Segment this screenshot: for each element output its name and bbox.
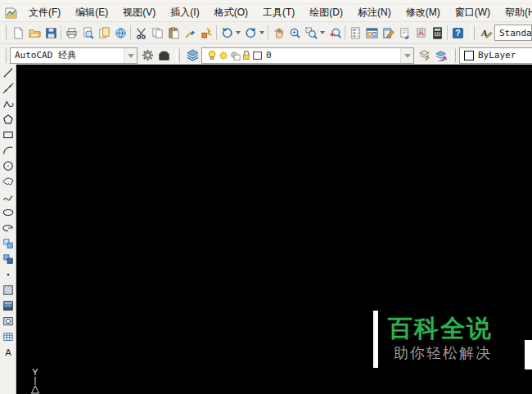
- text-style-button[interactable]: A: [478, 24, 494, 42]
- tool-palettes-button[interactable]: [380, 24, 396, 42]
- menu-item-format[interactable]: 格式(O): [207, 4, 255, 21]
- new-file-icon: [12, 27, 25, 39]
- properties-icon: [349, 27, 362, 39]
- help-button[interactable]: ?: [449, 24, 466, 42]
- plot-button[interactable]: [63, 24, 79, 42]
- toolbar-grip[interactable]: [2, 25, 7, 40]
- make-object-layer-current-button[interactable]: [416, 47, 432, 65]
- quickcalc-button[interactable]: [429, 24, 445, 42]
- spline-button[interactable]: [0, 190, 16, 206]
- gear-icon: [142, 49, 154, 61]
- properties-button[interactable]: [347, 24, 363, 42]
- menu-item-edit[interactable]: 编辑(E): [68, 4, 115, 21]
- polygon-button[interactable]: [0, 113, 16, 128]
- layer-combo[interactable]: 0: [201, 47, 414, 64]
- scissors-icon: [135, 27, 147, 39]
- sheet-set-manager-button[interactable]: [396, 24, 413, 42]
- menu-item-window[interactable]: 窗口(W): [448, 4, 498, 21]
- menu-item-help[interactable]: 帮助(H): [498, 4, 532, 21]
- construction-line-button[interactable]: [0, 82, 16, 97]
- multiline-text-button[interactable]: A: [0, 346, 16, 361]
- zoom-window-button[interactable]: [303, 24, 319, 42]
- polyline-icon: [2, 98, 14, 112]
- toolbar-grip[interactable]: [452, 48, 456, 63]
- new-button[interactable]: [10, 24, 26, 42]
- zoom-realtime-button[interactable]: [286, 24, 303, 42]
- menu-item-modify[interactable]: 修改(M): [399, 4, 448, 21]
- designcenter-button[interactable]: [363, 24, 380, 42]
- undo-dropdown-arrow-icon[interactable]: [235, 24, 242, 42]
- save-button[interactable]: [43, 24, 59, 42]
- autocad-window: 文件(F)编辑(E)视图(V)插入(I)格式(O)工具(T)绘图(D)标注(N)…: [0, 0, 532, 394]
- rectangle-button[interactable]: [0, 128, 16, 144]
- markup-set-manager-button[interactable]: [413, 24, 429, 42]
- workspace-combo[interactable]: AutoCAD 经典: [10, 47, 138, 64]
- lock-icon[interactable]: [241, 50, 252, 61]
- save-workspace-button[interactable]: [156, 47, 172, 65]
- workspace-combo-value: AutoCAD 经典: [15, 49, 76, 61]
- insert-block-button[interactable]: [0, 237, 16, 253]
- color-swatch-icon[interactable]: [252, 50, 264, 61]
- circle-icon: [2, 160, 14, 174]
- svg-text:A: A: [5, 347, 11, 357]
- ellipse-button[interactable]: [0, 206, 16, 222]
- open-button[interactable]: [26, 24, 43, 42]
- copy-button[interactable]: [149, 24, 165, 42]
- table-icon: [2, 331, 14, 345]
- redo-button[interactable]: [242, 24, 259, 42]
- zoom-window-icon: [305, 27, 318, 39]
- workspace-settings-button[interactable]: [139, 47, 156, 65]
- bulb-icon[interactable]: [206, 50, 218, 61]
- ucs-icon: Y: [25, 366, 46, 394]
- redo-dropdown-arrow-icon[interactable]: [259, 24, 266, 42]
- line-button[interactable]: [0, 66, 16, 82]
- zoom-previous-button[interactable]: [327, 24, 343, 42]
- watermark-subtitle: 助你轻松解决: [394, 343, 492, 363]
- make-block-button[interactable]: [0, 253, 16, 268]
- match-properties-button[interactable]: [182, 24, 198, 42]
- viewport-freeze-icon[interactable]: [229, 50, 241, 61]
- construction-line-icon: [2, 83, 14, 96]
- chevron-down-icon[interactable]: [400, 48, 413, 63]
- publish-icon: [98, 27, 110, 39]
- color-swatch-icon: [464, 51, 474, 60]
- region-button[interactable]: [0, 315, 16, 330]
- gradient-button[interactable]: [0, 299, 16, 315]
- text-style-combo[interactable]: [494, 25, 532, 41]
- ellipse-arc-button[interactable]: [0, 222, 16, 237]
- hatch-button[interactable]: [0, 284, 16, 299]
- layer-properties-manager-button[interactable]: [183, 47, 201, 65]
- menu-item-dimension[interactable]: 标注(N): [350, 4, 399, 21]
- point-button[interactable]: [0, 268, 16, 284]
- pan-button[interactable]: [270, 24, 286, 42]
- zoom-window-dropdown-arrow-icon[interactable]: [319, 24, 327, 42]
- arc-button[interactable]: [0, 144, 16, 159]
- toolbar-grip[interactable]: [176, 48, 180, 63]
- text-style-icon: A: [480, 27, 493, 39]
- undo-button[interactable]: [219, 24, 235, 42]
- cut-button[interactable]: [133, 24, 149, 42]
- plot-preview-button[interactable]: [79, 24, 96, 42]
- revision-cloud-button[interactable]: [0, 175, 16, 190]
- layer-previous-button[interactable]: [432, 47, 449, 65]
- color-combo[interactable]: ByLayer: [459, 47, 532, 64]
- menu-item-tools[interactable]: 工具(T): [255, 4, 302, 21]
- menu-item-file[interactable]: 文件(F): [21, 4, 68, 21]
- toolbar-grip[interactable]: [471, 25, 475, 40]
- polyline-button[interactable]: [0, 97, 16, 113]
- chevron-down-icon[interactable]: [124, 48, 137, 63]
- table-button[interactable]: [0, 330, 16, 346]
- sun-icon[interactable]: [218, 50, 229, 61]
- block-editor-button[interactable]: [198, 24, 214, 42]
- circle-button[interactable]: [0, 159, 16, 175]
- redo-icon: [245, 27, 257, 39]
- publish-button[interactable]: [96, 24, 112, 42]
- toolbar-grip[interactable]: [2, 48, 7, 63]
- menu-item-insert[interactable]: 插入(I): [163, 4, 206, 21]
- menu-item-view[interactable]: 视图(V): [115, 4, 163, 21]
- watermark-bar-right: [525, 340, 532, 369]
- layer-state-icons: [206, 50, 264, 61]
- 3d-dwf-button[interactable]: [112, 24, 128, 42]
- paste-button[interactable]: [165, 24, 182, 42]
- menu-item-draw[interactable]: 绘图(D): [302, 4, 350, 21]
